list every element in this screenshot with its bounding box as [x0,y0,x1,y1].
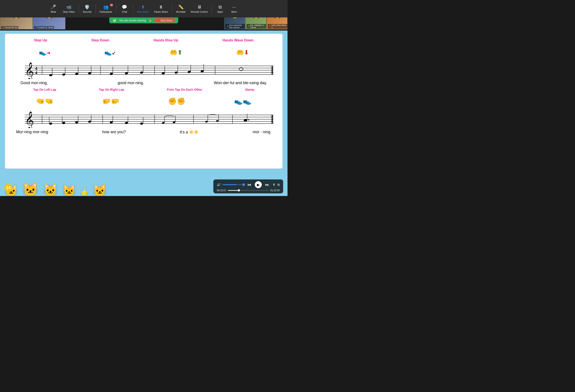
svg-point-11 [62,73,65,76]
lyric-good-morning-2: good mor-ning. [118,81,144,85]
participant-name-3: 🎤 Jhon Maverick Rey Alarcon [225,24,245,29]
apps-button[interactable]: ⧉ Apps [214,3,227,14]
volume-fill [223,184,237,185]
mute-label: Mute [51,10,56,13]
toolbar-separator-2 [96,4,96,13]
stop-share-button[interactable]: 🟥 Stop Share [154,18,175,23]
icon-tap-right: 🤛🤛 [102,96,120,106]
lyric-morning-2: mor - ning. [253,130,271,135]
icon-step-down: 👟↙ [104,47,116,56]
share-check-icon: ✅ [113,19,117,22]
rewind-button[interactable]: ⏮ [246,182,253,187]
action-stamp: Stamp [245,88,254,91]
annotate-icon: ✏️ [178,4,184,10]
mic-icon-5: 🎤 [268,25,271,27]
stop-video-label: Stop Video [63,10,75,13]
svg-text:𝄞: 𝄞 [25,111,34,128]
share-status-text: You are screen sharing [119,19,146,22]
lyric-wonderful: Won-der-ful and ble-ssing day. [214,81,267,85]
video-icon: 📹 [66,4,72,10]
top-actions-row: Step Up Step Down Hands Rise Up Hands Wa… [12,38,276,42]
share-lock-icon: 🔒 [148,19,152,22]
svg-point-67 [216,120,219,122]
apps-icon: ⧉ [218,5,222,10]
apps-label: Apps [217,10,223,13]
second-lyrics: Mor-ning mor-ning how are you? It's a ☀️… [12,130,276,135]
mute-button[interactable]: 🎤 Mute [47,3,60,14]
annotate-label: Annotate [176,10,186,13]
toolbar: 🎤 Mute 📹 Stop Video 🛡️ Security 50 👥 Par… [0,0,288,18]
toolbar-separator-6 [212,4,212,13]
volume-slider[interactable] [223,184,244,185]
seek-slider[interactable] [228,190,268,191]
security-label: Security [83,10,92,13]
annotate-button[interactable]: ✏️ Annotate [174,3,188,14]
mic-icon-2: 🎤 [35,27,37,28]
music-sheet: Step Up Step Down Hands Rise Up Hands Wa… [5,34,283,169]
pause-share-label: Pause Share [154,10,168,13]
page-badge: 14 [4,184,12,192]
current-time: 00:32:57 [217,189,226,192]
toolbar-separator-3 [116,4,116,13]
main-content: Step Up Step Down Hands Rise Up Hands Wa… [0,30,288,196]
lyric-morning-1: Mor-ning mor-ning [16,130,48,135]
icon-fists: ✊✊ [168,96,185,106]
security-button[interactable]: 🛡️ Security [81,3,94,14]
pip-button[interactable]: ⧉ [277,183,280,187]
play-button[interactable]: ▶ [255,181,262,188]
stop-video-button[interactable]: 📹 Stop Video [61,3,77,14]
new-share-button[interactable]: ⬆ New Share [135,3,151,14]
svg-text:4: 4 [35,66,37,71]
cat-4: 🐱 [62,185,76,196]
fast-forward-button[interactable]: ⏭ [264,182,270,187]
participants-icon: 👥 [103,4,109,10]
staff-svg-2: 𝄞 [12,111,276,128]
seek-dot [238,189,240,191]
svg-text:4: 4 [35,70,37,75]
participant-name-1: 🎤 Wong Pek Har [1,26,18,29]
action-step-down: Step Down [91,38,110,42]
icon-step-up: 👟➜ [39,47,50,56]
toolbar-separator-1 [79,4,79,13]
mute-icon: 🎤 [51,4,56,10]
svg-point-27 [174,71,178,74]
action-step-up: Step Up [34,38,47,42]
controls-volume-row: 🔊 ⏮ ▶ ⏭ ⬆ ⧉ [217,181,280,188]
bottom-actions-row: Tap On Left Lap Tap On Right Lap Fists T… [12,88,276,91]
second-staff: 𝄞 [12,111,276,128]
svg-point-50 [88,120,91,123]
chat-button[interactable]: 💬 Chat [118,3,131,14]
stop-share-dot: 🟥 [157,19,160,22]
participants-badge: 50 [110,3,113,6]
volume-dot [242,183,245,186]
participant-name-2: 🎤 Corazon R. Tamio [34,26,54,29]
participants-button[interactable]: 50 👥 Participants [97,3,114,14]
lyric-its-a: It's a ☀️☀️ [180,130,198,135]
svg-point-44 [49,122,52,125]
remote-control-button[interactable]: 🖥 Remote Control [189,3,210,14]
action-tap-right: Tap On Right Lap [99,88,124,91]
svg-text:𝄞: 𝄞 [25,62,34,79]
more-button[interactable]: ··· More [228,3,240,14]
media-controls: 🔊 ⏮ ▶ ⏭ ⬆ ⧉ 00:32:57 01:22:50 [213,180,283,193]
security-icon: 🛡️ [84,4,90,10]
volume-icon[interactable]: 🔊 [217,183,220,186]
icon-stamp: 👟👟 [234,96,252,106]
action-fists: Fists Tap On Each Other [167,88,202,91]
seek-fill [228,190,239,191]
total-time: 01:22:50 [270,189,280,192]
mic-icon-4: 🎤 [247,25,250,27]
chat-icon: 💬 [122,4,127,10]
svg-point-29 [188,71,191,73]
pause-share-button[interactable]: ⏸ Pause Share [152,3,170,14]
share-media-button[interactable]: ⬆ [273,183,275,186]
more-icon: ··· [232,5,236,10]
mic-icon-1: 🎤 [2,27,4,28]
controls-seek-row: 00:32:57 01:22:50 [217,189,280,192]
remote-control-icon: 🖥 [197,5,202,10]
star-icon: ⭐ [80,189,88,196]
action-hands-rise: Hands Rise Up [154,38,178,42]
bottom-icons-row: 🤜🤜 🤛🤛 ✊✊ 👟👟 [12,92,276,110]
svg-point-57 [140,122,143,125]
cat-5: 🐱 [93,185,107,196]
